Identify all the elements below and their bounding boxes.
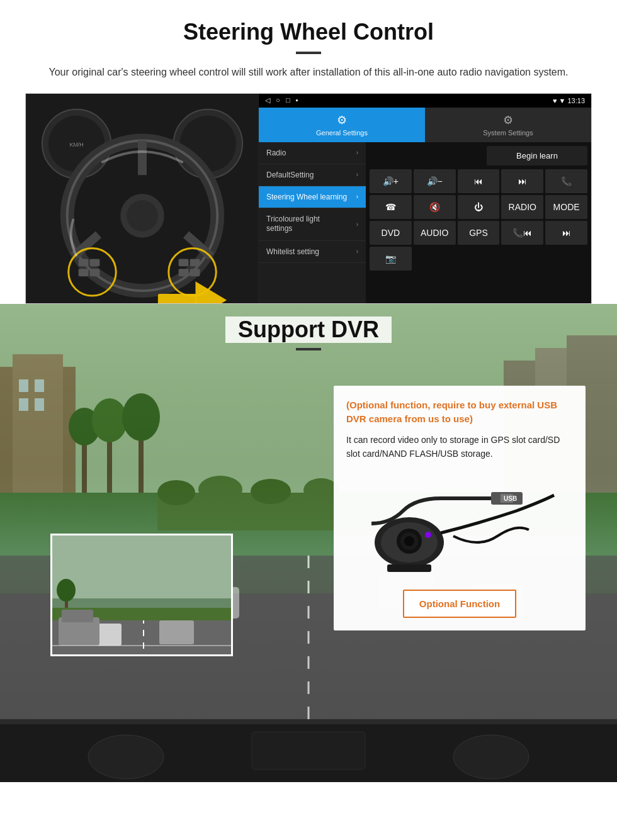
power-button[interactable]: ⏻ bbox=[458, 195, 500, 219]
dvd-button[interactable]: DVD bbox=[370, 221, 412, 245]
menu-whitelist-label: Whitelist setting bbox=[266, 247, 319, 256]
dvr-section: FOR SALE Support DVR bbox=[0, 304, 617, 782]
svg-rect-15 bbox=[79, 259, 89, 266]
svg-point-60 bbox=[57, 579, 76, 602]
content-area: Radio › DefaultSetting › Steering Wheel … bbox=[259, 142, 591, 303]
tab-system-label: System Settings bbox=[483, 129, 533, 137]
dvr-info-box: (Optional function, require to buy exter… bbox=[334, 386, 586, 631]
chevron-right-icon: › bbox=[356, 171, 358, 178]
svg-rect-16 bbox=[90, 259, 100, 266]
dvr-optional-text: (Optional function, require to buy exter… bbox=[346, 398, 573, 427]
dvr-title: Support DVR bbox=[225, 316, 392, 343]
svg-rect-20 bbox=[190, 259, 200, 266]
dvr-divider bbox=[296, 348, 321, 350]
tab-system-settings[interactable]: ⚙ System Settings bbox=[425, 108, 591, 142]
chevron-right-icon: › bbox=[356, 193, 358, 200]
dvr-camera-image: USB bbox=[346, 470, 573, 583]
control-panel: Begin learn 🔊+ 🔊− ⏮ ⏭ 📞 ☎ 🔇 ⏻ RADIO MODE… bbox=[366, 142, 591, 303]
svg-point-51 bbox=[251, 479, 291, 504]
settings-menu: Radio › DefaultSetting › Steering Wheel … bbox=[259, 142, 366, 303]
svg-point-35 bbox=[92, 398, 127, 442]
svg-rect-63 bbox=[62, 610, 93, 622]
svg-point-78 bbox=[453, 735, 529, 779]
dashboard-bar bbox=[0, 719, 617, 782]
svg-rect-76 bbox=[0, 719, 617, 724]
svg-rect-58 bbox=[159, 620, 194, 644]
audio-button[interactable]: AUDIO bbox=[414, 221, 456, 245]
svg-text:USB: USB bbox=[504, 495, 517, 502]
svg-rect-74 bbox=[387, 564, 431, 572]
vol-up-button[interactable]: 🔊+ bbox=[370, 169, 412, 193]
svg-rect-30 bbox=[19, 398, 28, 411]
phone-prev-button[interactable]: 📞⏮ bbox=[501, 221, 543, 245]
gps-button[interactable]: GPS bbox=[458, 221, 500, 245]
svg-point-50 bbox=[198, 476, 242, 503]
svg-point-37 bbox=[122, 393, 160, 441]
svg-rect-18 bbox=[90, 269, 100, 276]
svg-point-12 bbox=[127, 200, 158, 232]
mode-button[interactable]: MODE bbox=[545, 195, 587, 219]
system-icon: ⚙ bbox=[503, 113, 513, 127]
chevron-right-icon: › bbox=[356, 248, 358, 255]
menu-item-tricoloured[interactable]: Tricoloured lightsettings › bbox=[259, 208, 366, 241]
menu-item-radio[interactable]: Radio › bbox=[259, 142, 366, 164]
svg-rect-79 bbox=[252, 732, 365, 770]
android-settings-panel: ◁ ○ □ ▪ ♥ ▼ 13:13 ⚙ General Settings ⚙ S… bbox=[259, 94, 591, 303]
svg-point-72 bbox=[404, 536, 414, 546]
steering-wheel-photo: KM/H bbox=[26, 94, 259, 303]
dvr-camera-thumbnail bbox=[50, 534, 233, 656]
chevron-right-icon: › bbox=[356, 149, 358, 156]
next-button[interactable]: ⏭ bbox=[501, 169, 543, 193]
svg-text:KM/H: KM/H bbox=[69, 142, 83, 148]
steering-wheel-section: Steering Wheel Control Your original car… bbox=[0, 0, 617, 304]
optional-function-button[interactable]: Optional Function bbox=[403, 590, 516, 618]
begin-learn-row: Begin learn bbox=[370, 146, 587, 165]
dvr-title-container: Support DVR bbox=[0, 304, 617, 350]
menu-item-steering[interactable]: Steering Wheel learning › bbox=[259, 186, 366, 208]
mute-button[interactable]: 🔇 bbox=[414, 195, 456, 219]
radio-button[interactable]: RADIO bbox=[501, 195, 543, 219]
chevron-right-icon: › bbox=[356, 220, 358, 228]
svg-rect-22 bbox=[190, 269, 200, 276]
svg-rect-24 bbox=[158, 294, 197, 303]
svg-rect-27 bbox=[13, 354, 63, 493]
svg-rect-21 bbox=[179, 269, 189, 276]
status-bar: ◁ ○ □ ▪ ♥ ▼ 13:13 bbox=[259, 94, 591, 108]
title-divider bbox=[296, 52, 321, 54]
prev-button[interactable]: ⏮ bbox=[458, 169, 500, 193]
svg-point-77 bbox=[88, 735, 164, 779]
tab-general-settings[interactable]: ⚙ General Settings bbox=[259, 108, 425, 142]
svg-rect-19 bbox=[179, 259, 189, 266]
dvr-desc-text: It can record video only to storage in G… bbox=[346, 433, 573, 461]
status-time: ♥ ▼ 13:13 bbox=[553, 97, 585, 104]
control-buttons-grid: 🔊+ 🔊− ⏮ ⏭ 📞 ☎ 🔇 ⏻ RADIO MODE DVD AUDIO G… bbox=[370, 169, 587, 271]
menu-item-whitelist[interactable]: Whitelist setting › bbox=[259, 241, 366, 263]
screenshot-container: KM/H bbox=[25, 93, 592, 304]
begin-learn-button[interactable]: Begin learn bbox=[487, 146, 587, 165]
camera-btn[interactable]: 📷 bbox=[370, 247, 412, 271]
svg-rect-17 bbox=[79, 269, 89, 276]
svg-rect-31 bbox=[35, 398, 44, 411]
page-title: Steering Wheel Control bbox=[25, 19, 592, 45]
menu-radio-label: Radio bbox=[266, 148, 286, 157]
menu-item-default[interactable]: DefaultSetting › bbox=[259, 164, 366, 186]
settings-tabs: ⚙ General Settings ⚙ System Settings bbox=[259, 108, 591, 142]
svg-rect-28 bbox=[19, 379, 28, 392]
svg-rect-29 bbox=[35, 379, 44, 392]
vol-down-button[interactable]: 🔊− bbox=[414, 169, 456, 193]
menu-tricoloured-label: Tricoloured lightsettings bbox=[266, 215, 320, 234]
next2-button[interactable]: ⏭ bbox=[545, 221, 587, 245]
svg-point-49 bbox=[157, 480, 195, 505]
tab-general-label: General Settings bbox=[316, 129, 368, 137]
gear-icon: ⚙ bbox=[337, 113, 347, 127]
menu-default-label: DefaultSetting bbox=[266, 171, 314, 179]
hangup-button[interactable]: ☎ bbox=[370, 195, 412, 219]
svg-rect-54 bbox=[52, 535, 233, 598]
phone-button[interactable]: 📞 bbox=[545, 169, 587, 193]
svg-point-73 bbox=[425, 532, 431, 538]
dvr-background: FOR SALE Support DVR bbox=[0, 304, 617, 719]
menu-steering-label: Steering Wheel learning bbox=[266, 193, 347, 201]
page-subtitle: Your original car's steering wheel contr… bbox=[25, 64, 592, 81]
nav-icons: ◁ ○ □ ▪ bbox=[265, 96, 298, 104]
